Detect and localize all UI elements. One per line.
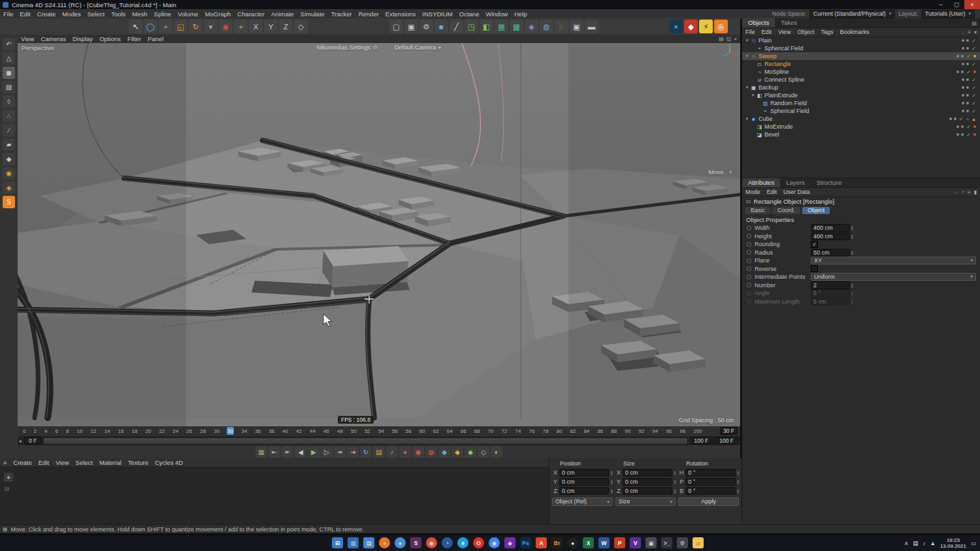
section-tab-coord[interactable]: Coord. xyxy=(772,207,800,214)
expand-icon[interactable]: ▾ xyxy=(744,116,750,121)
selection-tool-icon[interactable]: ◯ xyxy=(144,20,157,33)
maximum-length-input[interactable]: 5 cm xyxy=(811,298,850,306)
subdivision-surface-icon[interactable]: ◳ xyxy=(465,20,478,33)
editor-visibility-dot[interactable] xyxy=(956,125,959,128)
menu-window[interactable]: Window xyxy=(482,10,511,18)
spinner-icon[interactable]: ▴▾ xyxy=(851,250,853,255)
spinner-icon[interactable]: ▴▾ xyxy=(674,479,676,484)
record-keyframe-icon[interactable]: ● xyxy=(399,447,411,458)
rotate-tool-icon[interactable]: ↻ xyxy=(189,20,203,33)
menu-animate[interactable]: Animate xyxy=(268,10,297,18)
menu-create[interactable]: Create xyxy=(34,10,59,18)
am-menu-user-data[interactable]: User Data xyxy=(780,189,813,195)
spinner-icon[interactable]: ▴▾ xyxy=(611,470,613,475)
key-scale-icon[interactable]: ◆ xyxy=(451,447,463,458)
tab-structure[interactable]: Structure xyxy=(811,178,848,187)
app-blue-icon[interactable]: ◔ xyxy=(442,537,453,548)
point-mode-icon[interactable]: ∴ xyxy=(3,110,15,122)
vp-layout-icon[interactable]: ▤ xyxy=(719,36,724,42)
settings-icon[interactable]: ⚙ xyxy=(677,537,688,548)
expand-icon[interactable]: ▾ xyxy=(744,54,750,59)
render-visibility-dot[interactable] xyxy=(961,133,964,136)
enabled-check-icon[interactable]: ✓ xyxy=(972,46,976,52)
menu-modes[interactable]: Modes xyxy=(59,10,84,18)
app-purple-icon[interactable]: ◆ xyxy=(504,537,515,548)
tab-attributes[interactable]: Attributes xyxy=(742,178,780,187)
x-axis-lock-icon[interactable]: X xyxy=(249,20,263,33)
rotation-b-input[interactable]: 0 ° xyxy=(685,487,735,495)
quantize-icon[interactable]: ◈ xyxy=(3,181,15,194)
anim-dot-icon[interactable] xyxy=(747,226,751,230)
viewport-scene[interactable] xyxy=(18,43,740,426)
enabled-check-icon[interactable]: ✓ xyxy=(972,93,976,99)
undo-icon[interactable]: ↶ xyxy=(3,38,15,50)
am-back-icon[interactable]: ← xyxy=(953,189,958,195)
material-layer-icon[interactable]: ▤ xyxy=(5,486,10,492)
add-material-button[interactable]: + xyxy=(4,473,13,482)
bridge-icon[interactable]: Br xyxy=(551,537,563,548)
workplane-mode-icon[interactable]: ◊ xyxy=(3,95,15,108)
spinner-icon[interactable]: ▴▾ xyxy=(674,488,676,494)
spinner-icon[interactable]: ▴▾ xyxy=(738,488,740,494)
maximize-button[interactable]: ▢ xyxy=(949,0,964,9)
viewport-menu-view[interactable]: View xyxy=(18,35,37,42)
am-up-icon[interactable]: ↑ xyxy=(962,189,964,195)
width-input[interactable]: 400 cm xyxy=(811,224,850,232)
object-row-plain[interactable]: ▾◇Plain✓ xyxy=(742,37,980,44)
menu-character[interactable]: Character xyxy=(234,10,268,18)
object-row-mospline[interactable]: ∼MoSpline✓ xyxy=(742,68,980,76)
om-menu-object[interactable]: Object xyxy=(794,29,817,35)
anim-dot-icon[interactable] xyxy=(747,299,751,304)
render-visibility-dot[interactable] xyxy=(966,86,969,89)
materials-menu-select[interactable]: Select xyxy=(73,459,96,466)
anim-dot-icon[interactable] xyxy=(747,275,751,279)
anim-dot-icon[interactable] xyxy=(747,283,751,287)
editor-visibility-dot[interactable] xyxy=(962,63,964,65)
object-row-bevel[interactable]: ◪Bevel✓ xyxy=(742,131,980,138)
node-space-dropdown[interactable]: Current (Standard/Physical)▾ xyxy=(809,10,896,18)
rotation-h-input[interactable]: 0 ° xyxy=(685,469,735,477)
viewport-menu-display[interactable]: Display xyxy=(69,35,96,42)
editor-visibility-dot[interactable] xyxy=(949,118,952,120)
spinner-icon[interactable]: ▴▾ xyxy=(851,225,853,230)
anim-dot-icon[interactable] xyxy=(747,242,751,247)
menu-simulate[interactable]: Simulate xyxy=(297,10,328,18)
key-rotation-icon[interactable]: ◆ xyxy=(465,447,476,458)
tab-takes[interactable]: Takes xyxy=(775,18,803,27)
menu-spline[interactable]: Spline xyxy=(151,10,174,18)
preview-range-icon[interactable]: ▦ xyxy=(255,447,267,458)
slack-icon[interactable]: S xyxy=(410,537,421,548)
visual-studio-icon[interactable]: V xyxy=(630,537,641,548)
am-filter-icon[interactable]: ≡ xyxy=(968,189,971,195)
xparticles-icon[interactable]: × xyxy=(669,20,683,33)
z-axis-lock-icon[interactable]: Z xyxy=(279,20,293,33)
project-end-field[interactable]: 100 F xyxy=(715,437,738,445)
insydium-fused-icon[interactable]: ◆ xyxy=(684,20,698,33)
materials-menu-texture[interactable]: Texture xyxy=(125,459,152,466)
object-row-connect-spline[interactable]: ∪Connect Spline✓ xyxy=(742,76,980,84)
om-panel-options-icon[interactable]: ▾ xyxy=(974,29,977,35)
render-visibility-dot[interactable] xyxy=(966,94,969,97)
editor-visibility-dot[interactable] xyxy=(956,55,959,57)
viewport-menu-filter[interactable]: Filter xyxy=(124,35,144,42)
excel-icon[interactable]: X xyxy=(583,537,594,548)
key-parameter-icon[interactable]: ◇ xyxy=(478,447,489,458)
menu-tracker[interactable]: Tracker xyxy=(328,10,355,18)
render-visibility-dot[interactable] xyxy=(966,63,969,65)
enabled-check-icon[interactable]: ✓ xyxy=(972,77,976,83)
primitive-cube-icon[interactable]: ■ xyxy=(434,20,448,33)
layout-dropdown[interactable]: Tutorials (User)▾ xyxy=(921,10,975,18)
spinner-icon[interactable]: ▴▾ xyxy=(738,479,740,484)
firefox-icon[interactable]: ● xyxy=(379,537,390,548)
spinner-icon[interactable]: ▴▾ xyxy=(674,470,676,475)
om-menu-file[interactable]: File xyxy=(742,29,759,35)
fields-icon[interactable]: ◍ xyxy=(540,20,553,33)
enabled-check-icon[interactable]: ✓ xyxy=(972,85,976,91)
vp-maximize-icon[interactable]: ◱ xyxy=(727,36,732,42)
y-axis-lock-icon[interactable]: Y xyxy=(264,20,278,33)
om-search-icon[interactable]: ◌ xyxy=(962,29,965,35)
texture-mode-icon[interactable]: ▨ xyxy=(3,81,15,93)
menu-file[interactable]: File xyxy=(0,10,16,18)
menu-volume[interactable]: Volume xyxy=(174,10,202,18)
intermediate-points-dropdown[interactable]: Uniform▾ xyxy=(811,273,976,281)
